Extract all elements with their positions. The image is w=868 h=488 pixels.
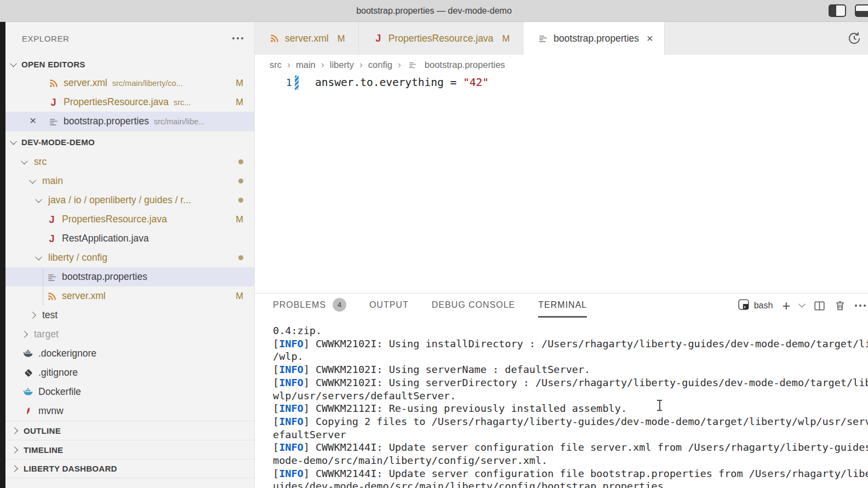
breadcrumb-separator: › xyxy=(287,59,290,71)
xml-file-icon xyxy=(269,33,279,44)
breadcrumb-item-liberty[interactable]: liberty xyxy=(330,60,354,70)
breadcrumb-item-config[interactable]: config xyxy=(368,60,392,70)
terminal-line: [INFO] CWWKM2144I: Update server configu… xyxy=(273,467,868,480)
breadcrumb-item-main[interactable]: main xyxy=(296,60,316,70)
open-editors-header[interactable]: OPEN EDITORS xyxy=(5,55,254,73)
java-file-icon: J xyxy=(47,215,57,225)
tree-item-server-xml[interactable]: server.xml M xyxy=(5,286,254,306)
code-text: answer.to.everything = "42" xyxy=(315,76,489,89)
tree-item-gitignore[interactable]: .gitignore xyxy=(5,363,254,382)
terminal-picker-chevron-icon[interactable] xyxy=(798,301,806,308)
tree-item-test[interactable]: test xyxy=(5,306,254,325)
tree-item-dockerfile[interactable]: Dockerfile xyxy=(5,382,254,401)
tree-item-java-package[interactable]: java / io / openliberty / guides / r... xyxy=(5,191,254,210)
tree-item-properties-resource-java[interactable]: J PropertiesResource.java M xyxy=(5,210,254,229)
shell-picker[interactable]: bash xyxy=(738,298,773,313)
tree-item-dockerignore[interactable]: .dockerignore xyxy=(5,344,254,363)
tree-item-mvnw[interactable]: mvnw xyxy=(5,401,254,421)
chevron-down-icon xyxy=(10,60,17,67)
text-cursor-pointer xyxy=(656,400,663,411)
more-actions-icon[interactable] xyxy=(855,305,866,307)
chevron-right-icon xyxy=(29,312,36,319)
tab-label: server.xml xyxy=(285,33,329,44)
java-file-icon: J xyxy=(47,234,57,244)
code-line: 1 answer.to.everything = "42" xyxy=(255,74,868,90)
tab-terminal[interactable]: TERMINAL xyxy=(538,294,587,318)
chevron-down-icon xyxy=(35,196,42,203)
tree-item-target[interactable]: target xyxy=(5,325,254,344)
tree-item-rest-application-java[interactable]: J RestApplication.java xyxy=(5,229,254,248)
file-path: src/main/liberty/co... xyxy=(112,79,183,88)
split-terminal-icon[interactable] xyxy=(814,300,825,312)
tab-label: bootstrap.properties xyxy=(553,33,639,44)
sidebar-section-outline[interactable]: OUTLINE xyxy=(5,421,254,440)
breadcrumb-item-file[interactable]: bootstrap.properties xyxy=(425,60,505,70)
tree-item-bootstrap-properties[interactable]: bootstrap.properties xyxy=(5,267,254,286)
modified-dot-badge xyxy=(238,179,243,183)
modified-dot-badge xyxy=(238,198,243,203)
modified-dot-badge xyxy=(238,159,243,164)
sidebar-section-timeline[interactable]: TIMELINE xyxy=(5,440,254,459)
docker-file-icon xyxy=(23,387,33,397)
close-icon[interactable]: × xyxy=(647,33,653,44)
tree-item-liberty-config[interactable]: liberty / config xyxy=(5,248,254,267)
open-editor-properties-resource[interactable]: J PropertiesResource.java src... M xyxy=(5,93,254,112)
modified-badge: M xyxy=(233,291,245,301)
terminal-line: uides/dev-mode-demo/src/main/liberty/con… xyxy=(273,480,868,488)
shell-label: bash xyxy=(754,301,773,311)
project-section-header[interactable]: DEV-MODE-DEMO xyxy=(5,131,254,152)
modified-badge: M xyxy=(233,97,245,107)
bottom-panel: PROBLEMS 4 OUTPUT DEBUG CONSOLE TERMINAL xyxy=(255,293,868,488)
title-bar: bootstrap.properties — dev-mode-demo xyxy=(0,0,868,22)
toggle-sidebar-icon[interactable] xyxy=(829,4,846,17)
modified-gutter-icon xyxy=(295,76,299,90)
vscode-window: bootstrap.properties — dev-mode-demo EXP… xyxy=(0,0,868,488)
explorer-sidebar: EXPLORER OPEN EDITORS server.xml src/mai… xyxy=(5,22,255,488)
history-icon[interactable] xyxy=(847,31,861,45)
file-path: src/main/libe... xyxy=(154,117,205,126)
toggle-panel-icon[interactable] xyxy=(855,4,868,17)
xml-file-icon xyxy=(48,78,59,88)
java-file-icon: J xyxy=(373,33,384,43)
docker-file-icon xyxy=(23,348,33,359)
breadcrumb-item-src[interactable]: src xyxy=(270,60,282,70)
properties-file-icon xyxy=(48,116,59,127)
chevron-down-icon xyxy=(29,177,36,184)
git-file-icon xyxy=(23,368,33,378)
sidebar-section-liberty-dashboard[interactable]: LIBERTY DASHBOARD xyxy=(5,459,254,478)
new-terminal-plus-icon[interactable]: + xyxy=(782,299,790,313)
modified-badge: M xyxy=(233,78,245,88)
terminal-output[interactable]: 0.4:zip.[INFO] CWWKM2102I: Using install… xyxy=(255,318,868,488)
editor-tab-bar: server.xml M J PropertiesResource.java M… xyxy=(255,22,868,55)
tab-server-xml[interactable]: server.xml M xyxy=(255,22,359,55)
tab-debug-console[interactable]: DEBUG CONSOLE xyxy=(432,294,516,318)
properties-file-icon xyxy=(408,60,418,70)
close-icon[interactable]: × xyxy=(30,114,36,126)
open-editor-bootstrap-properties[interactable]: × bootstrap.properties src/main/libe... xyxy=(5,112,254,131)
open-editor-server-xml[interactable]: server.xml src/main/liberty/co... M xyxy=(5,73,254,93)
kill-terminal-trash-icon[interactable] xyxy=(835,300,846,311)
breadcrumb: src › main › liberty › config › bootstra… xyxy=(255,55,868,74)
terminal-line: /wlp. xyxy=(273,350,868,363)
tree-item-src[interactable]: src xyxy=(5,152,254,171)
tab-output[interactable]: OUTPUT xyxy=(369,294,409,318)
more-actions-icon[interactable] xyxy=(231,34,244,43)
terminal-line: [INFO] CWWKM2102I: Using serverDirectory… xyxy=(273,376,868,389)
file-name: PropertiesResource.java xyxy=(64,96,169,108)
tab-properties-resource-java[interactable]: J PropertiesResource.java M xyxy=(359,22,524,55)
modified-badge: M xyxy=(233,214,245,225)
tab-label: PropertiesResource.java xyxy=(389,33,494,44)
bash-terminal-icon xyxy=(738,298,750,313)
xml-file-icon xyxy=(47,291,57,301)
maven-file-icon xyxy=(23,406,33,416)
tree-item-main[interactable]: main xyxy=(5,171,254,191)
tab-problems[interactable]: PROBLEMS 4 xyxy=(273,294,346,318)
activity-bar-strip xyxy=(0,22,5,488)
explorer-title: EXPLORER xyxy=(22,34,70,43)
modified-badge: M xyxy=(335,33,347,44)
panel-actions: bash + xyxy=(738,294,868,318)
code-editor[interactable]: 1 answer.to.everything = "42" xyxy=(255,74,868,293)
tab-bootstrap-properties[interactable]: bootstrap.properties × xyxy=(523,22,664,55)
editor-area: server.xml M J PropertiesResource.java M… xyxy=(255,22,868,488)
window-title: bootstrap.properties — dev-mode-demo xyxy=(356,6,512,16)
